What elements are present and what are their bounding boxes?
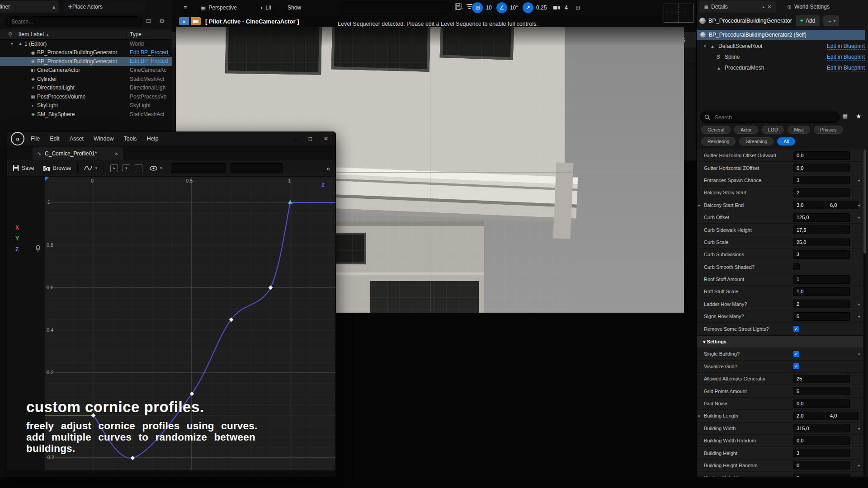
property-row[interactable]: ▸Building Length2,04,0 — [697, 410, 863, 422]
curve-input-1[interactable] — [171, 163, 226, 173]
curve-key-selected[interactable] — [288, 200, 292, 204]
property-value-input[interactable]: 4,0 — [826, 412, 859, 420]
curve-input-2[interactable] — [231, 163, 283, 173]
expander-icon[interactable]: ▾ — [11, 42, 16, 46]
tab-details[interactable]: ≣ Details ▴ ✕ — [699, 1, 776, 13]
minimize-icon[interactable]: – — [294, 136, 297, 142]
channel-x[interactable]: X — [15, 225, 19, 231]
camera-speed-value[interactable]: 4 — [565, 5, 568, 11]
outliner-row[interactable]: ◈CylinderStaticMeshAct — [0, 75, 172, 84]
close-tab-icon[interactable]: ✕ — [115, 151, 118, 156]
property-value-input[interactable]: 17,5 — [793, 225, 850, 234]
edit-in-blueprint-link[interactable]: Edit in Blueprint — [827, 65, 866, 71]
lit-button[interactable]: ◑ Lit — [254, 2, 277, 13]
frame-selection-icon[interactable] — [135, 164, 142, 172]
toolbar-overflow-icon[interactable]: » — [326, 164, 330, 172]
outliner-row[interactable]: ◉BP_ProceduralBuildingGeneratorEdit BP_P… — [0, 48, 172, 57]
expander-icon[interactable]: ▸ — [698, 203, 701, 207]
scale-snap-value[interactable]: 0,25 — [536, 5, 547, 11]
outliner-row[interactable]: ◐SkyLightSkyLight — [0, 101, 172, 110]
menu-edit[interactable]: Edit — [50, 136, 60, 142]
property-row[interactable]: Remove Some Street Lights?✓ — [697, 323, 863, 335]
property-row[interactable]: Signs How Many?5◂ — [697, 310, 863, 323]
property-row[interactable]: Allowed Attempts Generator25 — [697, 373, 863, 385]
property-checkbox[interactable]: ✓ — [793, 363, 800, 370]
curve-window-titlebar[interactable]: u FileEditAssetWindowToolsHelp – □ ✕ — [7, 132, 335, 145]
filter-chip-physics[interactable]: Physics — [814, 126, 843, 134]
property-checkbox[interactable] — [793, 263, 800, 270]
category-row[interactable]: ▾ Settings — [697, 335, 863, 348]
property-checkbox[interactable]: ✓ — [793, 351, 800, 357]
tab-place-actors[interactable]: ✚ Place Actors — [63, 1, 145, 13]
property-value-input[interactable]: 0,0 — [793, 399, 850, 408]
property-row[interactable]: Building Height3 — [697, 447, 863, 459]
angle-snap-group[interactable]: ∠ 10° — [496, 2, 521, 13]
scale-snap-icon[interactable]: ↗ — [523, 2, 533, 13]
edit-in-blueprint-link[interactable]: Edit in Blueprint — [827, 54, 866, 61]
property-value-input[interactable]: 2 — [793, 188, 850, 197]
tab-world-settings[interactable]: ⊕ World Settings — [783, 1, 855, 13]
property-row[interactable]: Balcony Story Start2 — [697, 187, 863, 199]
maximize-viewport-icon[interactable]: ⊞ — [572, 2, 583, 13]
property-row[interactable]: Roff Stuff Scale1,0 — [697, 286, 863, 298]
menu-help[interactable]: Help — [147, 136, 159, 142]
gear-icon[interactable]: ⚙ — [159, 17, 165, 24]
menu-tools[interactable]: Tools — [123, 136, 137, 142]
filter-chip-streaming[interactable]: Streaming — [739, 137, 774, 145]
collapse-icon[interactable]: ▴ — [762, 5, 764, 9]
eject-pilot-icon[interactable]: ▲ — [179, 17, 189, 25]
property-value-input[interactable]: 5 — [793, 312, 850, 321]
property-row[interactable]: Roof Stuff Amount1 — [697, 273, 863, 286]
tab-outliner[interactable]: Outliner ▴ — [0, 1, 59, 13]
edit-in-blueprint-link[interactable]: Edit in Blueprint — [827, 43, 866, 50]
details-search[interactable] — [700, 112, 840, 123]
key-select-icon[interactable]: ▼ — [123, 164, 130, 172]
expander-icon[interactable]: ▸ — [698, 413, 701, 418]
property-value-input[interactable]: 0,0 — [793, 151, 850, 160]
property-value-input[interactable]: 6,0 — [826, 201, 859, 209]
grid-snap-value[interactable]: 10 — [486, 5, 491, 11]
component-row[interactable]: ▲ProceduralMeshEdit in Blueprint — [697, 62, 865, 73]
property-value-input[interactable]: 0,0 — [793, 164, 850, 172]
property-value-input[interactable]: 3 — [793, 449, 850, 457]
curve-type-dropdown[interactable]: ▾ — [84, 165, 97, 171]
camera-speed-icon[interactable] — [551, 2, 562, 13]
property-value-input[interactable]: 3,0 — [793, 201, 825, 209]
property-value-input[interactable]: 125,0 — [793, 213, 850, 222]
outliner-row[interactable]: ◈SM_SkySphereStaticMeshAct — [0, 110, 172, 119]
property-row[interactable]: Building Width Random0,0 — [697, 435, 863, 447]
property-row[interactable]: Ladder How Many?2◂ — [697, 298, 863, 310]
camera-pilot-icon[interactable] — [191, 17, 201, 25]
add-component-button[interactable]: + Add — [795, 15, 820, 27]
revert-icon[interactable]: ◂ — [858, 352, 860, 356]
category-label[interactable]: ▾ Settings — [703, 339, 839, 345]
property-value-input[interactable]: 5 — [793, 387, 850, 395]
menu-file[interactable]: File — [31, 136, 40, 142]
browse-button[interactable]: Browse — [43, 165, 71, 171]
edit-blueprint-link[interactable]: Edit BP_Proced — [130, 49, 170, 56]
search-input[interactable] — [6, 17, 152, 27]
revert-icon[interactable]: ◂ — [858, 463, 860, 468]
property-value-input[interactable]: 3 — [793, 176, 850, 184]
property-row[interactable]: Curb Smooth Shaded? — [697, 261, 863, 273]
filter-chip-misc[interactable]: Misc — [788, 126, 810, 134]
save-all-icon[interactable] — [455, 3, 462, 10]
property-value-input[interactable]: 0 — [793, 461, 850, 469]
property-row[interactable]: Visualize Grid?✓ — [697, 361, 863, 373]
revert-icon[interactable]: ◂ — [858, 178, 860, 183]
property-value-input[interactable]: 1 — [793, 275, 850, 284]
outliner-row[interactable]: ◉BP_ProceduralBuildingGeneratorEdit BP_P… — [0, 57, 172, 66]
angle-snap-value[interactable]: 10° — [510, 5, 518, 11]
maximize-icon[interactable]: □ — [309, 136, 312, 142]
revert-icon[interactable]: ◂ — [858, 302, 860, 306]
property-value-input[interactable]: 315,0 — [793, 424, 850, 432]
component-row[interactable]: ▾▲DefaultSceneRootEdit in Blueprint — [697, 41, 865, 52]
property-row[interactable]: ▸Balcony Start End3,06,0◂ — [697, 199, 863, 211]
blueprint-graph-button[interactable]: ◦⌁ ▾ — [823, 15, 840, 27]
filter-chip-lod[interactable]: LOD — [762, 126, 784, 134]
pin-icon[interactable] — [35, 245, 41, 253]
close-icon[interactable]: ✕ — [324, 136, 328, 142]
outliner-row[interactable]: ▾▲1 (Editor)World — [0, 39, 172, 48]
filter-icon[interactable] — [467, 4, 472, 9]
asset-search-input[interactable] — [338, 2, 451, 14]
